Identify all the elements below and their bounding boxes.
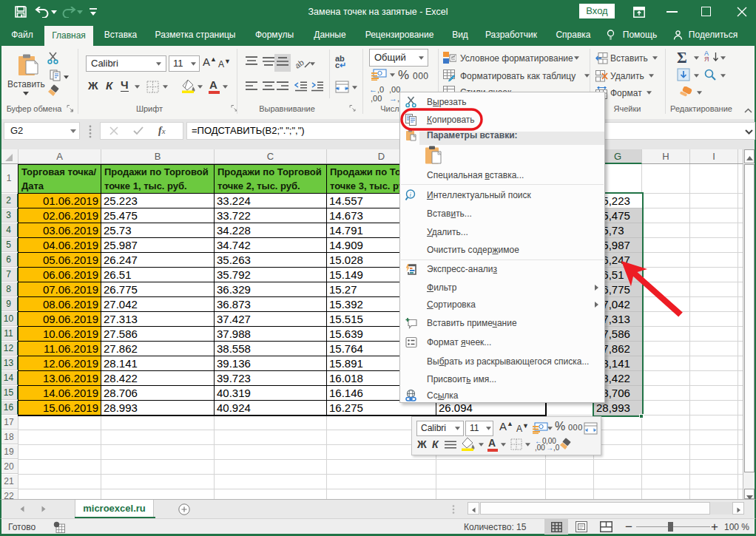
svg-text:ab: ab xyxy=(296,58,306,70)
svg-text:i: i xyxy=(410,191,412,198)
